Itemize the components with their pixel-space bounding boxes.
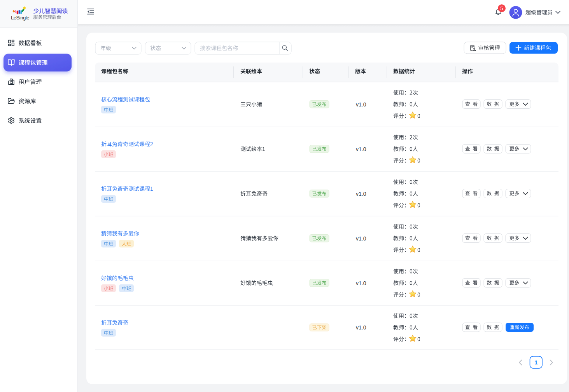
svg-text:1: 1 bbox=[534, 359, 537, 366]
svg-text:v1.0: v1.0 bbox=[356, 101, 366, 108]
svg-text:v1.0: v1.0 bbox=[356, 235, 366, 242]
svg-text:v1.0: v1.0 bbox=[356, 146, 366, 152]
svg-text:v1.0: v1.0 bbox=[356, 280, 366, 286]
svg-text:v1.0: v1.0 bbox=[356, 324, 366, 331]
svg-text:LeSingle: LeSingle bbox=[11, 15, 29, 21]
svg-text:5: 5 bbox=[500, 5, 503, 11]
svg-text:v1.0: v1.0 bbox=[356, 191, 366, 197]
